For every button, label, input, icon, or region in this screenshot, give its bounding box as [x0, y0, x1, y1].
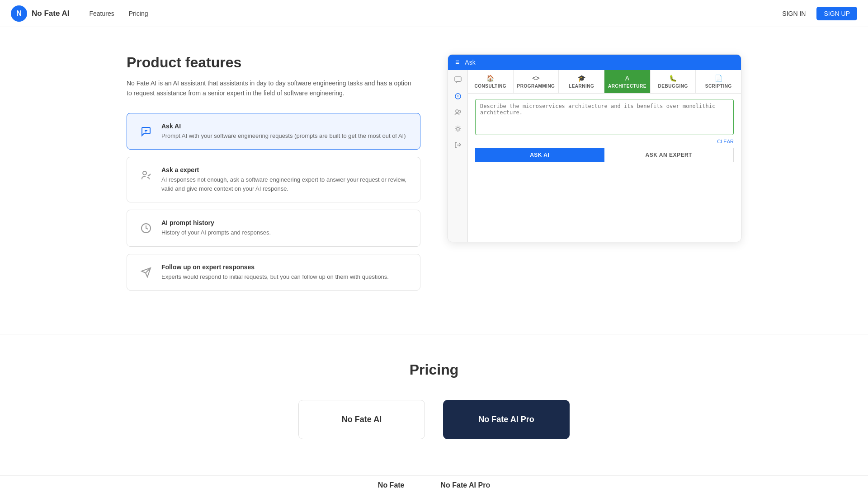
pricing-card-pro: No Fate AI Pro	[443, 400, 570, 439]
app-category-tabs: 🏠 CONSULTING <> PROGRAMMING 🎓 LEARNING	[468, 70, 741, 94]
navbar: N No Fate AI Features Pricing SIGN IN SI…	[0, 0, 868, 27]
architecture-icon: A	[625, 75, 629, 82]
ai-history-icon	[138, 220, 154, 236]
scripting-label: SCRIPTING	[705, 84, 732, 89]
sidebar-icon-chat[interactable]	[453, 75, 462, 84]
feature-card-ask-ai[interactable]: Ask AI Prompt AI with your software engi…	[127, 113, 420, 150]
svg-point-2	[143, 171, 146, 175]
feature-card-content-history: AI prompt history History of your AI pro…	[161, 219, 271, 237]
feature-card-followup[interactable]: Follow up on expert responses Experts wo…	[127, 254, 420, 291]
prompt-textarea[interactable]	[475, 99, 734, 135]
feature-card-title-ask-expert: Ask a expert	[161, 166, 409, 174]
tab-consulting[interactable]: 🏠 CONSULTING	[468, 70, 514, 93]
feature-card-title-ask-ai: Ask AI	[161, 122, 406, 130]
pricing-card-basic: No Fate AI	[298, 400, 425, 439]
feature-card-desc-ask-ai: Prompt AI with your software engineering…	[161, 131, 406, 141]
pricing-card-name-pro: No Fate AI Pro	[456, 415, 557, 424]
pricing-title: Pricing	[127, 361, 741, 378]
svg-point-9	[457, 127, 459, 130]
app-content: CLEAR ASK AI ASK AN EXPERT	[468, 94, 741, 168]
debugging-label: DEBUGGING	[658, 84, 688, 89]
features-left: Product features No Fate AI is an AI ass…	[127, 54, 420, 298]
architecture-label: ARCHITECTURE	[608, 84, 646, 89]
followup-icon	[138, 264, 154, 281]
sidebar-icon-logout[interactable]	[453, 141, 462, 150]
feature-card-content: Ask AI Prompt AI with your software engi…	[161, 122, 406, 141]
feature-card-desc-history: History of your AI prompts and responses…	[161, 228, 271, 237]
footer-brand: No Fate	[378, 481, 405, 488]
features-right: ≡ Ask	[448, 54, 741, 242]
tab-programming[interactable]: <> PROGRAMMING	[514, 70, 559, 93]
tab-architecture[interactable]: A ARCHITECTURE	[604, 70, 651, 93]
tab-learning[interactable]: 🎓 LEARNING	[559, 70, 604, 93]
feature-card-ai-history[interactable]: AI prompt history History of your AI pro…	[127, 210, 420, 247]
app-actions: ASK AI ASK AN EXPERT	[475, 148, 734, 162]
app-sidebar	[448, 70, 468, 242]
feature-card-desc-ask-expert: AI responses not enough, ask a software …	[161, 175, 409, 193]
app-main: 🏠 CONSULTING <> PROGRAMMING 🎓 LEARNING	[468, 70, 741, 242]
ask-expert-icon	[138, 167, 154, 183]
features-description: No Fate AI is an AI assistant that assis…	[127, 78, 416, 99]
pricing-cards: No Fate AI No Fate AI Pro	[127, 400, 741, 439]
sidebar-icon-settings[interactable]	[453, 124, 462, 133]
sidebar-icon-users[interactable]	[453, 108, 462, 117]
feature-card-title-followup: Follow up on expert responses	[161, 263, 389, 271]
debugging-icon: 🐛	[669, 75, 677, 82]
pricing-section: Pricing No Fate AI No Fate AI Pro	[108, 334, 760, 475]
consulting-label: CONSULTING	[475, 84, 506, 89]
nav-brand: No Fate AI	[32, 9, 69, 18]
feature-card-ask-expert[interactable]: Ask a expert AI responses not enough, as…	[127, 157, 420, 202]
feature-card-content-followup: Follow up on expert responses Experts wo…	[161, 263, 389, 282]
scripting-icon: 📄	[715, 75, 722, 82]
nav-link-features[interactable]: Features	[84, 7, 119, 20]
learning-label: LEARNING	[569, 84, 594, 89]
programming-label: PROGRAMMING	[517, 84, 555, 89]
signin-button[interactable]: SIGN IN	[777, 7, 811, 20]
tab-debugging[interactable]: 🐛 DEBUGGING	[651, 70, 696, 93]
feature-card-content-expert: Ask a expert AI responses not enough, as…	[161, 166, 409, 193]
app-body: 🏠 CONSULTING <> PROGRAMMING 🎓 LEARNING	[448, 70, 741, 242]
footer-brand-pro: No Fate AI Pro	[441, 481, 491, 488]
nav-link-pricing[interactable]: Pricing	[123, 7, 154, 20]
signup-button[interactable]: SIGN UP	[816, 7, 857, 20]
clear-button[interactable]: CLEAR	[475, 137, 734, 146]
svg-rect-6	[455, 77, 461, 81]
sidebar-icon-ask[interactable]	[453, 92, 462, 101]
consulting-icon: 🏠	[486, 75, 494, 82]
ask-ai-button[interactable]: ASK AI	[475, 148, 604, 162]
learning-icon: 🎓	[578, 75, 585, 82]
ask-ai-icon	[138, 123, 154, 140]
menu-icon: ≡	[455, 58, 459, 66]
features-title: Product features	[127, 54, 420, 71]
nav-links: Features Pricing	[84, 7, 153, 20]
footer-bottom: No Fate No Fate AI Pro	[0, 475, 868, 488]
ask-expert-button[interactable]: ASK AN EXPERT	[604, 148, 734, 162]
tab-scripting[interactable]: 📄 SCRIPTING	[696, 70, 741, 93]
programming-icon: <>	[532, 75, 539, 82]
features-section: Product features No Fate AI is an AI ass…	[108, 27, 760, 334]
svg-point-8	[456, 110, 458, 113]
logo-icon: N	[11, 5, 27, 22]
app-topbar: ≡ Ask	[448, 55, 741, 70]
topbar-title: Ask	[465, 59, 475, 66]
app-preview: ≡ Ask	[448, 54, 741, 242]
pricing-card-name-basic: No Fate AI	[311, 415, 412, 424]
nav-logo[interactable]: N No Fate AI	[11, 5, 69, 22]
nav-right: SIGN IN SIGN UP	[777, 7, 857, 20]
feature-card-title-history: AI prompt history	[161, 219, 271, 226]
feature-card-desc-followup: Experts would respond to initial request…	[161, 272, 389, 282]
